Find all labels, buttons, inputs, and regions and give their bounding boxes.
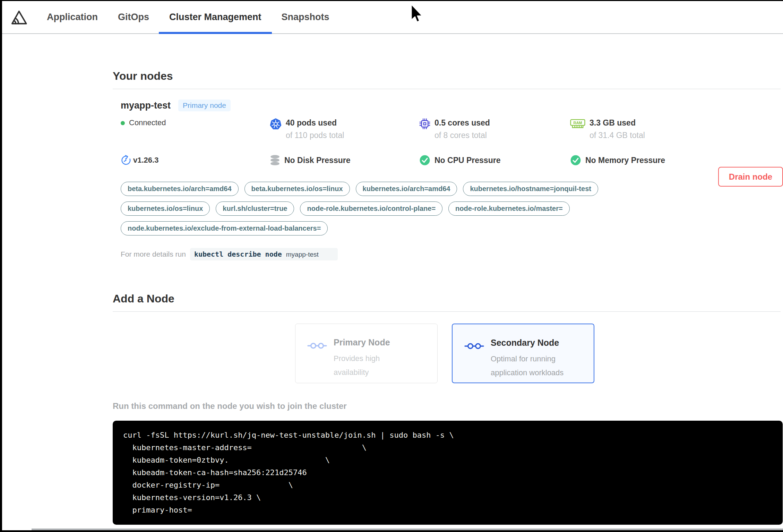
version-text: v1.26.3 <box>133 156 158 165</box>
primary-node-card[interactable]: Primary Node Provides high availability <box>295 324 438 383</box>
drain-node-button[interactable]: Drain node <box>718 167 783 187</box>
details-hint-text: For more details run <box>121 250 186 258</box>
secondary-node-card[interactable]: Secondary Node Optimal for running appli… <box>452 324 594 383</box>
node-link-icon <box>464 342 485 383</box>
your-nodes-title: Your nodes <box>113 70 781 83</box>
cpu-pressure: No CPU Pressure <box>419 155 570 166</box>
add-node-title: Add a Node <box>113 292 781 305</box>
tab-gitops[interactable]: GitOps <box>118 1 149 33</box>
mouse-cursor <box>410 3 424 24</box>
cpu-stat: 0.5 cores used of 8 cores total <box>419 118 570 140</box>
check-circle-icon <box>570 155 581 166</box>
main-tabs: Application GitOps Cluster Management Sn… <box>47 1 329 33</box>
disk-icon <box>270 155 280 166</box>
pods-total: of 110 pods total <box>286 131 344 140</box>
cores-total: of 8 cores total <box>434 131 490 140</box>
vendor-logo-icon <box>10 9 28 26</box>
cpu-pressure-text: No CPU Pressure <box>434 156 500 165</box>
cores-used: 0.5 cores used <box>434 118 490 128</box>
node-label-pill: kurl.sh/cluster=true <box>216 201 294 216</box>
node-label-pill: beta.kubernetes.io/os=linux <box>244 182 350 196</box>
svg-text:RAM: RAM <box>573 121 582 125</box>
cpu-chip-icon <box>419 118 430 129</box>
join-command-label: Run this command on the node you wish to… <box>113 401 781 411</box>
memory-pressure: No Memory Pressure <box>570 155 781 166</box>
cluster-management-page: Application GitOps Cluster Management Sn… <box>2 1 783 530</box>
kubernetes-icon <box>270 118 282 130</box>
tab-snapshots[interactable]: Snapshots <box>282 1 329 33</box>
pods-used: 40 pods used <box>286 118 344 128</box>
ram-total: of 31.4 GB total <box>590 131 645 140</box>
status-text: Connected <box>129 118 166 127</box>
section-divider <box>113 89 781 89</box>
node-type-cards: Primary Node Provides high availability … <box>295 324 781 383</box>
top-nav: Application GitOps Cluster Management Sn… <box>2 1 783 34</box>
card-description: Provides high availability <box>334 352 417 379</box>
join-command-terminal[interactable]: curl -fsSL https://kurl.sh/jq-new-test-u… <box>113 421 783 525</box>
node-label-pill: kubernetes.io/hostname=jonquil-test <box>463 182 598 196</box>
card-description: Optimal for running application workload… <box>491 352 574 380</box>
node-label-pill: node-role.kubernetes.io/master= <box>448 201 570 216</box>
node-label-pill: beta.kubernetes.io/arch=amd64 <box>121 182 239 196</box>
kubectl-command-text: kubectl describe node <box>194 250 282 258</box>
node-label-pill: node-role.kubernetes.io/control-plane= <box>300 201 442 216</box>
kubectl-command-node-name: myapp-test <box>286 251 319 258</box>
ram-icon: RAM <box>570 118 585 129</box>
tab-application[interactable]: Application <box>47 1 98 33</box>
tab-cluster-management[interactable]: Cluster Management <box>169 1 261 33</box>
section-divider <box>113 311 781 312</box>
status-dot-icon <box>121 121 125 125</box>
node-stats: Connected <box>121 118 781 166</box>
node-label-pill: kubernetes.io/arch=amd64 <box>356 182 457 196</box>
ram-stat: RAM 3.3 GB used of 31.4 GB total <box>570 118 781 140</box>
node-label-pill: node.kubernetes.io/exclude-from-external… <box>121 221 328 235</box>
check-circle-icon <box>419 155 430 166</box>
disk-pressure: No Disk Pressure <box>270 155 419 166</box>
pods-stat: 40 pods used of 110 pods total <box>270 118 419 140</box>
version-update-icon <box>121 155 131 165</box>
card-title: Primary Node <box>334 337 417 347</box>
node-status: Connected <box>121 118 270 140</box>
node-version: v1.26.3 <box>121 155 270 166</box>
card-title: Secondary Node <box>491 337 574 348</box>
node-labels: beta.kubernetes.io/arch=amd64 beta.kuber… <box>121 182 682 235</box>
ram-used: 3.3 GB used <box>590 118 645 128</box>
memory-pressure-text: No Memory Pressure <box>585 156 665 165</box>
disk-pressure-text: No Disk Pressure <box>284 156 350 165</box>
window-edge <box>32 529 783 530</box>
primary-node-badge: Primary node <box>178 100 231 111</box>
kubectl-command-chip: kubectl describe node myapp-test <box>190 248 338 260</box>
node-name: myapp-test <box>121 100 171 111</box>
node-card: myapp-test Primary node Connected <box>121 100 781 260</box>
main-content: Your nodes myapp-test Primary node Conne… <box>2 70 783 530</box>
node-label-pill: kubernetes.io/os=linux <box>121 201 210 216</box>
node-link-icon <box>307 341 328 383</box>
